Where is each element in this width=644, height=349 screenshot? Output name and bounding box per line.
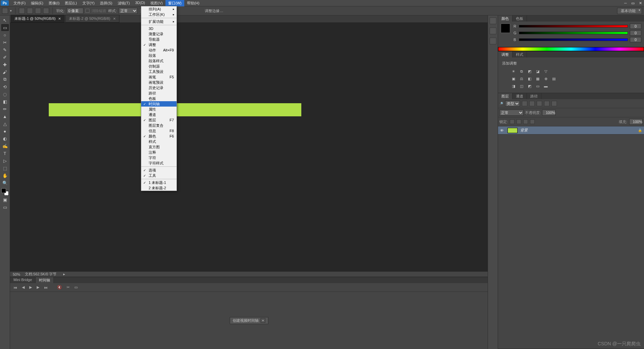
tool-9[interactable]: ⟲ bbox=[1, 83, 9, 90]
r-input[interactable] bbox=[630, 24, 641, 29]
tool-preset-icon[interactable] bbox=[2, 8, 8, 14]
menuitem-[interactable]: 导航器 bbox=[141, 37, 177, 42]
invert-icon[interactable]: ◨ bbox=[511, 83, 516, 89]
tool-18[interactable]: T bbox=[1, 150, 9, 157]
menuitem-[interactable]: 段落样式 bbox=[141, 58, 177, 64]
b-slider[interactable] bbox=[519, 38, 628, 41]
hue-icon[interactable]: ▣ bbox=[511, 76, 516, 81]
zoom-level[interactable]: 50% bbox=[13, 272, 20, 276]
menuitem-[interactable]: 字符样式 bbox=[141, 160, 177, 166]
properties-panel-icon[interactable] bbox=[490, 28, 496, 34]
chevron-down-icon[interactable]: ▾ bbox=[10, 9, 12, 12]
posterize-icon[interactable]: ◫ bbox=[519, 83, 524, 89]
tab-styles[interactable]: 样式 bbox=[513, 51, 527, 57]
tool-0[interactable]: ↖ bbox=[1, 17, 9, 24]
filter-smart-icon[interactable] bbox=[552, 101, 557, 106]
document-tab[interactable]: 未标题-2 @ 50%(RGB/8)✕ bbox=[65, 15, 119, 23]
screenmode-icon[interactable]: ▭ bbox=[1, 204, 9, 210]
brightness-icon[interactable]: ☀ bbox=[511, 69, 516, 74]
status-flyout-icon[interactable]: ▸ bbox=[63, 272, 65, 276]
menuitem-[interactable]: 调整 bbox=[141, 42, 177, 47]
threshold-icon[interactable]: ◩ bbox=[527, 83, 532, 89]
minimize-icon[interactable]: ─ bbox=[622, 0, 629, 6]
lock-position-icon[interactable] bbox=[523, 119, 528, 124]
exposure-icon[interactable]: ◪ bbox=[535, 69, 540, 74]
menuitem-A[interactable]: 排列(A) bbox=[141, 6, 177, 12]
go-last-icon[interactable]: ⏭ bbox=[44, 285, 48, 289]
menuitem-[interactable]: 颜色F6 bbox=[141, 133, 177, 139]
menuitem-[interactable]: 样式 bbox=[141, 139, 177, 144]
menuitem-[interactable]: 路径 bbox=[141, 90, 177, 96]
audio-icon[interactable]: 🔇 bbox=[57, 285, 62, 289]
tool-5[interactable]: ✐ bbox=[1, 54, 9, 61]
tool-4[interactable]: ✎ bbox=[1, 46, 9, 53]
layer-name[interactable]: 背景 bbox=[520, 128, 635, 133]
scissors-icon[interactable]: ✂ bbox=[67, 285, 70, 289]
antialias-checkbox[interactable] bbox=[85, 9, 89, 13]
menuitem-[interactable]: 选项 bbox=[141, 167, 177, 173]
tool-8[interactable]: ⧉ bbox=[1, 76, 9, 83]
opacity-input[interactable] bbox=[542, 110, 556, 116]
tool-14[interactable]: △ bbox=[1, 120, 9, 127]
channel-mixer-icon[interactable]: ⊕ bbox=[543, 76, 548, 81]
tool-1[interactable]: ▭ bbox=[1, 24, 9, 31]
menuitem-[interactable]: 画笔预设 bbox=[141, 80, 177, 85]
tool-17[interactable]: ✍ bbox=[1, 143, 9, 149]
3d-panel-icon[interactable] bbox=[490, 38, 496, 44]
blend-mode-select[interactable]: 正常 bbox=[499, 110, 524, 116]
color-ramp[interactable] bbox=[498, 47, 644, 51]
go-first-icon[interactable]: ⏮ bbox=[13, 285, 17, 289]
close-icon[interactable]: ✕ bbox=[637, 0, 644, 6]
lookup-icon[interactable]: ▤ bbox=[551, 76, 557, 81]
menuitem-K[interactable]: 工作区(K) bbox=[141, 12, 177, 17]
menu-视图[interactable]: 视图(V) bbox=[148, 0, 165, 6]
g-slider[interactable] bbox=[519, 32, 628, 34]
menu-帮助[interactable]: 帮助(H) bbox=[184, 0, 202, 6]
tool-19[interactable]: ▷ bbox=[1, 157, 9, 164]
menuitem-[interactable]: 工具 bbox=[141, 173, 177, 178]
filter-adjust-icon[interactable] bbox=[529, 101, 535, 106]
menu-图像[interactable]: 图像(I) bbox=[46, 0, 62, 6]
bottom-tab-1[interactable]: 时间轴 bbox=[36, 277, 54, 283]
visibility-icon[interactable]: 👁 bbox=[500, 128, 505, 132]
canvas-viewport[interactable] bbox=[10, 23, 488, 271]
lock-image-icon[interactable] bbox=[517, 119, 521, 124]
style-select[interactable]: 正常 bbox=[119, 8, 138, 14]
filter-pixel-icon[interactable] bbox=[522, 101, 527, 106]
tab-color[interactable]: 颜色 bbox=[498, 15, 513, 22]
menuitem-[interactable]: 图层F7 bbox=[141, 117, 177, 123]
gradient-map-icon[interactable]: ▭ bbox=[535, 83, 540, 89]
search-icon[interactable]: 🔎 bbox=[499, 102, 503, 105]
bottom-tab-0[interactable]: Mini Bridge bbox=[10, 277, 36, 283]
tab-channels[interactable]: 通道 bbox=[513, 93, 527, 99]
menuitem-[interactable]: 通道 bbox=[141, 112, 177, 117]
tool-6[interactable]: ✚ bbox=[1, 61, 9, 68]
chevron-down-icon[interactable]: ▾ bbox=[261, 318, 265, 323]
layer-thumbnail[interactable] bbox=[507, 128, 518, 133]
menuitem-[interactable]: 时间轴 bbox=[141, 101, 177, 107]
play-icon[interactable]: ▶ bbox=[29, 285, 32, 289]
menuitem-[interactable]: 测量记录 bbox=[141, 31, 177, 37]
photo-filter-icon[interactable]: ▦ bbox=[535, 76, 540, 81]
layer-row[interactable]: 👁 背景 🔒 bbox=[498, 126, 644, 134]
levels-icon[interactable]: ⧉ bbox=[519, 69, 524, 74]
tool-15[interactable]: ● bbox=[1, 128, 9, 134]
tool-10[interactable]: ◌ bbox=[1, 91, 9, 98]
selection-new-icon[interactable] bbox=[19, 8, 25, 14]
tool-13[interactable]: ▲ bbox=[1, 113, 9, 120]
menuitem-[interactable]: 工具预设 bbox=[141, 69, 177, 74]
selective-color-icon[interactable]: ▬ bbox=[543, 83, 548, 89]
filter-shape-icon[interactable] bbox=[544, 101, 550, 106]
r-slider[interactable] bbox=[519, 25, 628, 28]
menuitem-[interactable]: 信息F8 bbox=[141, 128, 177, 133]
maximize-icon[interactable]: ▭ bbox=[629, 0, 637, 6]
menuitem-[interactable]: 字符 bbox=[141, 155, 177, 160]
menuitem-3D[interactable]: 3D bbox=[141, 26, 177, 31]
menuitem-[interactable]: 直方图 bbox=[141, 144, 177, 150]
menuitem-[interactable]: 段落 bbox=[141, 53, 177, 58]
menuitem-[interactable]: 图层复合 bbox=[141, 123, 177, 128]
fg-bg-swatch[interactable] bbox=[1, 188, 9, 196]
menuitem-[interactable]: 仿制源 bbox=[141, 64, 177, 69]
menuitem-[interactable]: 属性 bbox=[141, 107, 177, 112]
menu-编辑[interactable]: 编辑(E) bbox=[28, 0, 46, 6]
